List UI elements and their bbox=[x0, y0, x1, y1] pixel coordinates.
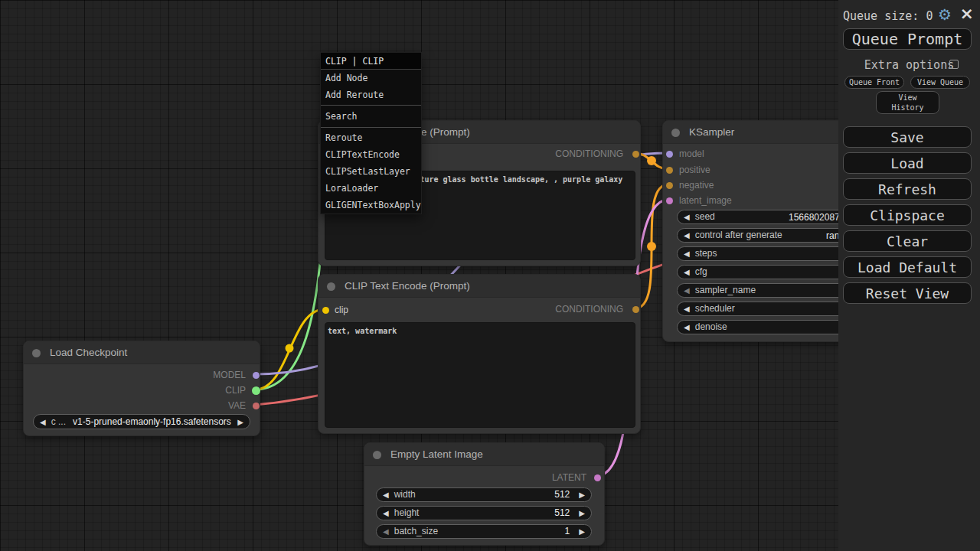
queue-prompt-button[interactable]: Queue Prompt bbox=[843, 28, 972, 50]
clipspace-button[interactable]: Clipspace bbox=[843, 204, 972, 226]
menu-item-gligentextboxapply[interactable]: GLIGENTextBoxApply bbox=[321, 197, 421, 214]
node-title: Load Checkpoint bbox=[50, 347, 127, 358]
output-dot-latent[interactable] bbox=[594, 474, 601, 481]
input-label-clip: clip bbox=[335, 305, 348, 315]
widget-label: seed bbox=[695, 211, 715, 222]
node-title-bar[interactable]: Empty Latent Image bbox=[364, 443, 604, 466]
decrement-arrow-icon[interactable]: ◀ bbox=[383, 509, 389, 517]
link-dot-positive[interactable] bbox=[647, 156, 656, 165]
output-dot-clip[interactable] bbox=[252, 386, 260, 395]
menu-item-reroute[interactable]: Reroute bbox=[321, 129, 421, 146]
increment-arrow-icon[interactable]: ▶ bbox=[579, 509, 585, 517]
output-label-conditioning: CONDITIONING bbox=[531, 148, 623, 159]
widget-label: steps bbox=[695, 248, 717, 259]
input-dot-negative[interactable] bbox=[666, 182, 673, 189]
input-dot-model[interactable] bbox=[666, 151, 673, 158]
queue-size-value: 0 bbox=[926, 9, 933, 23]
close-icon[interactable]: × bbox=[960, 5, 974, 22]
input-label-positive: positive bbox=[679, 165, 710, 175]
output-dot-model[interactable] bbox=[253, 372, 260, 379]
decrement-arrow-icon[interactable]: ◀ bbox=[383, 527, 389, 536]
node-title: KSampler bbox=[689, 126, 734, 138]
collapse-dot-icon[interactable] bbox=[671, 129, 680, 137]
widget-label: c ... bbox=[51, 416, 66, 427]
link-dot-yellow[interactable] bbox=[286, 344, 294, 353]
output-label-conditioning: CONDITIONING bbox=[531, 304, 623, 315]
menu-item-loraloader[interactable]: LoraLoader bbox=[321, 180, 421, 197]
widget-value: 512 bbox=[554, 489, 579, 500]
decrement-arrow-icon[interactable]: ◀ bbox=[684, 323, 690, 331]
output-dot-conditioning[interactable] bbox=[632, 151, 639, 158]
decrement-arrow-icon[interactable]: ◀ bbox=[684, 249, 690, 258]
increment-arrow-icon[interactable]: ▶ bbox=[579, 527, 585, 536]
node-title: CLIP Text Encode (Prompt) bbox=[345, 280, 470, 292]
view-queue-button[interactable]: View Queue bbox=[910, 76, 970, 89]
increment-arrow-icon[interactable]: ▶ bbox=[579, 491, 585, 499]
link-dot-negative[interactable] bbox=[647, 242, 656, 251]
node-load-checkpoint: Load Checkpoint MODEL CLIP VAE ◀ c ... v… bbox=[23, 341, 260, 436]
menu-separator bbox=[321, 127, 421, 128]
decrement-arrow-icon[interactable]: ◀ bbox=[684, 231, 690, 240]
input-dot-clip[interactable] bbox=[322, 307, 329, 314]
gear-icon[interactable]: ⚙ bbox=[938, 6, 952, 23]
widget-label: width bbox=[394, 489, 416, 500]
next-arrow-icon[interactable]: ▶ bbox=[237, 418, 243, 426]
clear-button[interactable]: Clear bbox=[843, 230, 972, 252]
extra-options-row: Extra options bbox=[838, 58, 980, 70]
context-menu: CLIP | CLIP Add Node Add Reroute Search … bbox=[320, 52, 422, 214]
context-menu-title: CLIP | CLIP bbox=[321, 53, 421, 70]
collapse-dot-icon[interactable] bbox=[327, 282, 335, 291]
extra-options-label: Extra options bbox=[864, 58, 954, 72]
menu-item-clipsetlastlayer[interactable]: CLIPSetLastLayer bbox=[321, 163, 421, 180]
node-empty-latent-image: Empty Latent Image LATENT ◀ width 512 ▶ … bbox=[364, 442, 605, 546]
widget-label: denoise bbox=[695, 321, 727, 332]
collapse-dot-icon[interactable] bbox=[373, 451, 381, 459]
decrement-arrow-icon[interactable]: ◀ bbox=[684, 213, 690, 221]
wire-clip-to-prompt1 bbox=[255, 154, 325, 390]
save-button[interactable]: Save bbox=[843, 126, 972, 148]
output-dot-vae[interactable] bbox=[253, 403, 260, 409]
reset-view-button[interactable]: Reset View bbox=[843, 282, 972, 304]
input-label-latent-image: latent_image bbox=[679, 195, 732, 206]
prompt-textarea[interactable]: text, watermark bbox=[325, 322, 635, 428]
widget-value: 512 bbox=[554, 507, 579, 518]
node-title-bar[interactable]: Load Checkpoint bbox=[24, 341, 260, 364]
widget-label: scheduler bbox=[695, 303, 735, 314]
input-dot-positive[interactable] bbox=[666, 167, 673, 174]
widget-height[interactable]: ◀ height 512 ▶ bbox=[376, 506, 592, 520]
queue-size-row: Queue size: 0 ⚙ × bbox=[843, 8, 975, 24]
queue-size-label: Queue size: bbox=[843, 9, 919, 23]
menu-item-search[interactable]: Search bbox=[321, 107, 421, 126]
decrement-arrow-icon[interactable]: ◀ bbox=[684, 305, 690, 313]
decrement-arrow-icon[interactable]: ◀ bbox=[684, 286, 690, 295]
widget-width[interactable]: ◀ width 512 ▶ bbox=[376, 487, 592, 502]
widget-value: v1-5-pruned-emaonly-fp16.safetensors bbox=[73, 416, 231, 427]
refresh-button[interactable]: Refresh bbox=[843, 178, 972, 200]
collapse-dot-icon[interactable] bbox=[32, 349, 41, 357]
menu-item-add-node[interactable]: Add Node bbox=[321, 70, 421, 86]
input-label-model: model bbox=[679, 148, 704, 159]
menu-item-cliptextencode[interactable]: CLIPTextEncode bbox=[321, 146, 421, 163]
extra-options-checkbox[interactable] bbox=[949, 60, 959, 69]
load-button[interactable]: Load bbox=[843, 152, 972, 174]
widget-label: control after generate bbox=[695, 230, 782, 240]
view-history-button[interactable]: View History bbox=[876, 91, 939, 114]
load-default-button[interactable]: Load Default bbox=[843, 256, 972, 278]
node-clip-text-encode-2: CLIP Text Encode (Prompt) clip CONDITION… bbox=[318, 274, 641, 434]
widget-label: cfg bbox=[695, 266, 707, 277]
queue-front-button[interactable]: Queue Front bbox=[844, 76, 904, 89]
node-title-bar[interactable]: CLIP Text Encode (Prompt) bbox=[318, 275, 640, 298]
decrement-arrow-icon[interactable]: ◀ bbox=[383, 491, 389, 499]
menu-item-add-reroute[interactable]: Add Reroute bbox=[321, 86, 421, 103]
decrement-arrow-icon[interactable]: ◀ bbox=[684, 268, 690, 276]
input-dot-latent-image[interactable] bbox=[666, 197, 673, 204]
output-label-model: MODEL bbox=[185, 370, 246, 380]
output-label-latent: LATENT bbox=[525, 472, 586, 483]
menu-separator bbox=[321, 105, 421, 106]
prev-arrow-icon[interactable]: ◀ bbox=[40, 418, 46, 426]
widget-batch-size[interactable]: ◀ batch_size 1 ▶ bbox=[376, 524, 592, 539]
widget-ckpt-name[interactable]: ◀ c ... v1-5-pruned-emaonly-fp16.safeten… bbox=[33, 414, 250, 429]
widget-value: 1 bbox=[565, 526, 580, 536]
widget-label: height bbox=[394, 507, 420, 518]
output-dot-conditioning[interactable] bbox=[632, 306, 639, 313]
